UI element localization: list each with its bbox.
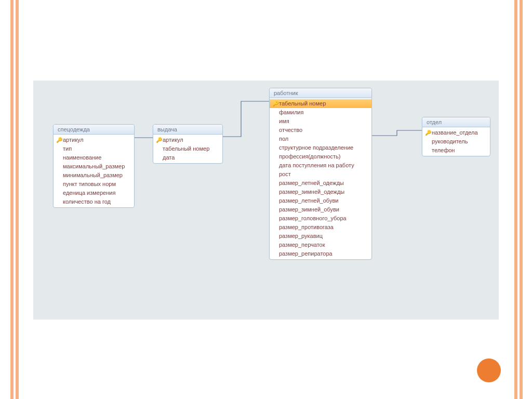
field-name: структурное подразделение [279, 144, 353, 152]
field-row[interactable]: имя [270, 117, 371, 126]
field-name: максимальный_размер [63, 163, 125, 170]
field-name: имя [279, 117, 289, 125]
field-name: размер_противогаза [279, 223, 334, 231]
field-name: фамилия [279, 109, 303, 116]
field-row[interactable]: табельный номер [153, 144, 222, 153]
field-row[interactable]: размер_летней_обуви [270, 196, 371, 205]
field-name: количество на год [63, 198, 111, 206]
field-row[interactable]: размер_рукавиц [270, 232, 371, 241]
field-row[interactable]: дата поступления на работу [270, 161, 371, 170]
field-name: минимальный_размер [63, 171, 123, 179]
field-row[interactable]: 🔑название_отдела [422, 128, 490, 137]
field-name: телефон [432, 147, 455, 154]
field-name: размер_зимней_обуви [279, 206, 339, 214]
decor-stripe [520, 0, 523, 399]
table-body: 🔑артикултипнаименованиемаксимальный_разм… [54, 135, 134, 207]
decor-disc [477, 358, 501, 382]
field-row[interactable]: размер_летней_одежды [270, 179, 371, 188]
field-row[interactable]: рост [270, 170, 371, 179]
field-row[interactable]: еденица измерения [54, 189, 134, 197]
field-name: тип [63, 145, 72, 153]
field-row[interactable]: структурное подразделение [270, 143, 371, 152]
field-name: размер_головного_убора [279, 215, 347, 222]
field-row[interactable]: 🔑табельный номер [270, 99, 371, 108]
primary-key-icon: 🔑 [56, 136, 63, 144]
field-row[interactable]: размер_зимней_одежды [270, 188, 371, 196]
field-name: размер_перчаток [279, 241, 325, 249]
field-row[interactable]: профессия(должность) [270, 152, 371, 161]
table-title: выдача [153, 125, 222, 135]
field-name: профессия(должность) [279, 153, 340, 161]
field-name: размер_рукавиц [279, 232, 323, 240]
primary-key-icon: 🔑 [155, 136, 163, 144]
field-name: отчество [279, 126, 302, 134]
field-row[interactable]: отчество [270, 126, 371, 135]
table-title: спецодежда [54, 125, 134, 135]
field-name: табельный номер [279, 100, 326, 108]
table-rabotnik[interactable]: работник 🔑табельный номерфамилияимяотчес… [269, 88, 372, 260]
field-row[interactable]: дата [153, 153, 222, 162]
field-row[interactable]: максимальный_размер [54, 162, 134, 171]
table-otdel[interactable]: отдел 🔑название_отделаруководительтелефо… [422, 117, 490, 156]
field-row[interactable]: размер_репиратора [270, 249, 371, 258]
table-specodezhda[interactable]: спецодежда 🔑артикултипнаименованиемаксим… [53, 124, 135, 208]
field-row[interactable]: размер_перчаток [270, 241, 371, 249]
field-name: наименование [63, 154, 101, 162]
decor-stripe [514, 0, 517, 399]
field-row[interactable]: руководитель [422, 137, 490, 146]
table-title: отдел [422, 117, 490, 127]
decor-stripe [16, 0, 19, 399]
field-row[interactable]: 🔑артикул [54, 136, 134, 144]
field-row[interactable]: минимальный_размер [54, 171, 134, 180]
field-name: артикул [163, 136, 183, 144]
diagram-canvas: спецодежда 🔑артикултипнаименованиемаксим… [33, 81, 499, 320]
table-body: 🔑артикултабельный номердата [153, 135, 222, 163]
field-name: руководитель [432, 138, 468, 145]
primary-key-icon: 🔑 [272, 100, 279, 108]
field-row[interactable]: количество на год [54, 197, 134, 206]
field-row[interactable]: пол [270, 135, 371, 143]
decor-stripe [10, 0, 14, 399]
field-row[interactable]: фамилия [270, 108, 371, 117]
field-name: размер_летней_обуви [279, 197, 338, 205]
field-name: пол [279, 135, 288, 143]
field-name: артикул [63, 136, 84, 144]
slide: спецодежда 🔑артикултипнаименованиемаксим… [0, 0, 532, 399]
field-row[interactable]: размер_головного_убора [270, 214, 371, 223]
field-row[interactable]: телефон [422, 146, 490, 155]
field-row[interactable]: размер_зимней_обуви [270, 205, 371, 214]
field-row[interactable]: тип [54, 144, 134, 153]
field-row[interactable]: 🔑артикул [153, 136, 222, 144]
field-row[interactable]: наименование [54, 153, 134, 162]
field-name: название_отдела [432, 129, 478, 137]
field-name: дата поступления на работу [279, 162, 354, 169]
table-title: работник [270, 88, 371, 98]
field-name: рост [279, 170, 291, 178]
field-name: пункт типовых норм [63, 180, 116, 188]
field-name: размер_репиратора [279, 250, 332, 258]
field-name: размер_летней_одежды [279, 179, 344, 187]
field-name: табельный номер [163, 145, 209, 153]
table-body: 🔑название_отделаруководительтелефон [422, 127, 490, 156]
field-row[interactable]: размер_противогаза [270, 223, 371, 232]
field-name: дата [163, 154, 175, 162]
field-name: еденица измерения [63, 189, 115, 197]
table-vydacha[interactable]: выдача 🔑артикултабельный номердата [153, 124, 223, 164]
table-body: 🔑табельный номерфамилияимяотчествополстр… [270, 98, 371, 259]
field-row[interactable]: пункт типовых норм [54, 180, 134, 189]
field-name: размер_зимней_одежды [279, 188, 344, 196]
primary-key-icon: 🔑 [424, 129, 432, 137]
